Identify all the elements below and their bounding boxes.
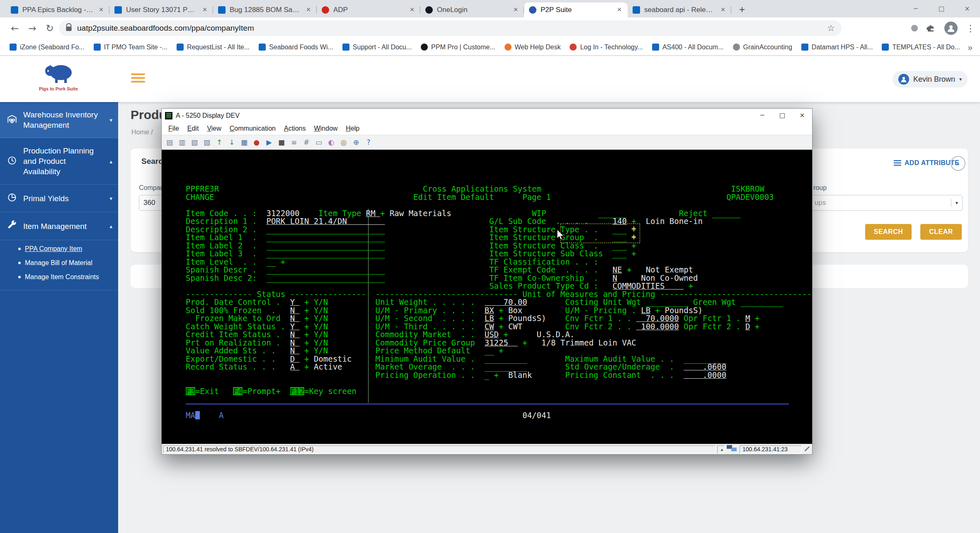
menu-view[interactable]: View [203,125,225,132]
sidebar-item[interactable]: Item Management▴ [0,212,118,240]
terminal-line: Sales Product Type Cd :COMMODITIES + [186,282,812,290]
sidebar-subitem[interactable]: Manage Bill of Material [0,256,118,270]
record-macro-icon[interactable]: ● [251,137,262,148]
paste-icon[interactable]: ▧ [189,137,200,148]
oia-separator-line [186,404,789,404]
calculator-icon[interactable]: # [301,137,312,148]
menu-actions[interactable]: Actions [280,125,310,132]
tab-close-icon[interactable]: × [718,5,728,15]
new-session-icon[interactable]: ▤ [164,137,175,148]
bookmark-favicon-icon [801,44,808,51]
sidebar-item[interactable]: Warehouse Inventory Management▾ [0,102,118,138]
terminal-minimize-button[interactable]: ─ [752,109,772,122]
breadcrumb[interactable]: Home / [131,129,153,136]
search-button[interactable]: SEARCH [865,224,912,240]
browser-tab[interactable]: P2P Suite× [524,2,628,17]
bookmark-item[interactable]: iZone (Seaboard Fo... [5,41,89,54]
terminal-window[interactable]: A - 5250 Display DEV ─□× FileEditViewCom… [161,108,813,455]
settings-icon[interactable]: ⊕ [351,137,361,148]
reload-icon[interactable]: ↻ [41,19,59,37]
address-bar[interactable]: uatp2psuite.seaboardfoods.com/ppa/compan… [59,20,842,36]
sidebar-item[interactable]: Primal Yields▾ [0,185,118,212]
terminal-text: 31225 [485,338,518,347]
terminal-text: Description 1 . [186,217,257,225]
terminal-text: ISKBROW [731,185,764,193]
tab-close-icon[interactable]: × [96,5,106,15]
bookmark-item[interactable]: Datamart HPS - All... [797,41,878,54]
menu-communication[interactable]: Communication [226,125,280,132]
menu-edit[interactable]: Edit [183,125,203,132]
bookmark-item[interactable]: Seaboard Foods Wi... [254,41,338,54]
terminal-text: N [290,330,300,338]
bookmark-star-icon[interactable]: ☆ [827,23,835,33]
browser-tab[interactable]: ADP× [317,2,420,17]
menu-file[interactable]: File [164,125,183,132]
bookmark-item[interactable]: PPM Pro | Custome... [416,41,500,54]
bookmark-item[interactable]: TEMPLATES - All Do... [877,41,964,54]
bookmark-item[interactable]: AS400 - All Docum... [648,41,728,54]
display-map-icon[interactable]: ▦ [239,137,250,148]
status-up-button[interactable]: ▲ [717,445,725,453]
hamburger-menu-button[interactable] [131,73,145,85]
terminal-text: ___ [613,249,627,258]
tab-close-icon[interactable]: × [614,5,624,15]
bookmarks-overflow-icon[interactable]: » [968,42,973,52]
bookmark-item[interactable]: Web Help Desk [500,41,565,54]
user-menu[interactable]: Kevin Brown ▾ [893,71,968,88]
browser-tab[interactable]: Bug 12885 BOM Saves without C× [213,2,317,17]
browser-tab[interactable]: User Story 13071 PPA-4182.13 N× [109,2,213,17]
terminal-text: =Prompt+ [243,387,281,395]
tab-close-icon[interactable]: × [200,5,210,15]
terminal-maximize-button[interactable]: □ [772,109,792,122]
help-icon[interactable]: ? [363,137,374,148]
browser-tab[interactable]: PPA Epics Backlog - Boards× [6,2,109,17]
browser-minimize-button[interactable]: ─ [903,0,929,17]
clipboard-icon[interactable]: ≡ [289,137,299,148]
collapse-card-button[interactable]: ▴ [951,156,965,171]
tab-close-icon[interactable]: × [303,5,313,15]
browser-close-button[interactable]: × [954,0,980,17]
sidebar-subitem[interactable]: Manage Item Constraints [0,270,118,284]
bookmark-item[interactable]: IT PMO Team Site -... [89,41,172,54]
tab-close-icon[interactable]: × [511,5,521,15]
new-tab-button[interactable]: + [735,2,750,17]
copy-icon[interactable]: ▥ [177,137,187,148]
sidebar-item-label: Production Planning and Product Availabi… [23,146,102,177]
browser-maximize-button[interactable]: □ [929,0,954,17]
bookmark-item[interactable]: Support - All Docu... [338,41,416,54]
group-select[interactable]: ups ▾ [808,195,963,211]
add-attribute-button[interactable]: ADD ATTRIBUTE [894,159,959,167]
play-macro-icon[interactable]: ▶ [264,137,274,148]
bookmark-item[interactable]: RequestList - All Ite... [172,41,254,54]
color-map-icon[interactable]: ◐ [326,137,337,148]
app-logo[interactable]: Pigs to Pork Suite [36,60,81,91]
profile-avatar[interactable] [944,22,958,35]
terminal-screen[interactable]: + + PPFRE3RCross Applications SystemISKB… [162,150,812,444]
terminal-line: Item Label 1 ._________________________I… [186,233,812,241]
bookmark-item[interactable]: Log In - Technology... [565,41,648,54]
menu-window[interactable]: Window [310,125,342,132]
terminal-close-button[interactable]: × [792,109,812,122]
tab-close-icon[interactable]: × [407,5,417,15]
keyboard-map-icon[interactable]: ▭ [313,137,324,148]
terminal-text: _________________________ [266,241,385,250]
browser-tab[interactable]: seaboard api - Release-798 - Pip× [628,2,731,17]
forward-icon[interactable]: → [23,19,41,37]
sidebar-subitem[interactable]: PPA Company Item [0,242,118,256]
print-icon[interactable]: ▨ [201,137,212,148]
terminal-titlebar[interactable]: A - 5250 Display DEV ─□× [162,109,812,122]
extension-icon[interactable] [911,25,918,32]
macro-icon[interactable]: ◎ [338,137,349,148]
sidebar-item[interactable]: Production Planning and Product Availabi… [0,138,118,185]
back-icon[interactable]: ← [6,19,24,37]
send-file-icon[interactable]: ↑ [214,137,225,148]
chevron-down-icon[interactable]: ▾ [956,200,958,206]
stop-macro-icon[interactable]: ■ [276,137,287,148]
bookmark-item[interactable]: GrainAccounting [728,41,797,54]
receive-file-icon[interactable]: ↓ [226,137,237,148]
clear-button[interactable]: CLEAR [920,224,962,240]
menu-help[interactable]: Help [342,125,364,132]
browser-tab[interactable]: OneLogin× [420,2,524,17]
extensions-puzzle-icon[interactable] [926,22,936,34]
browser-menu-icon[interactable]: ⋮ [966,23,975,34]
